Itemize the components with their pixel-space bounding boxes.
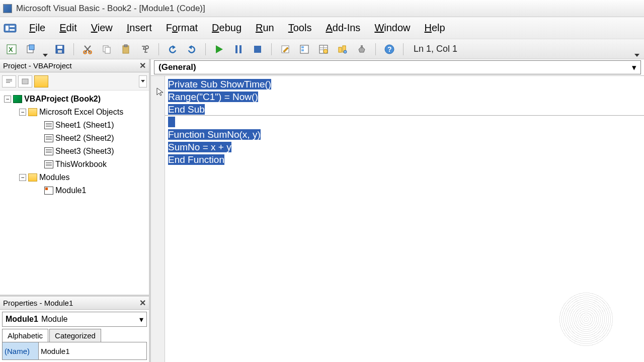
- menu-debug[interactable]: Debug: [205, 20, 249, 36]
- app-icon: [3, 4, 12, 13]
- svg-marker-41: [141, 80, 145, 82]
- redo-button[interactable]: [184, 42, 199, 57]
- view-excel-button[interactable]: X: [4, 42, 19, 57]
- code-line: [168, 117, 175, 127]
- insert-dropdown[interactable]: [42, 42, 48, 57]
- project-explorer-button[interactable]: [297, 42, 312, 57]
- code-editor-wrap: Private Sub ShowTime() Range("C1") = Now…: [151, 75, 644, 362]
- collapse-icon[interactable]: −: [19, 174, 26, 181]
- menu-edit[interactable]: Edit: [52, 20, 84, 36]
- svg-text:X: X: [9, 46, 13, 53]
- find-button[interactable]: [137, 42, 152, 57]
- menu-view[interactable]: View: [84, 20, 120, 36]
- object-browser-button[interactable]: [335, 42, 350, 57]
- watermark-icon: [558, 292, 614, 347]
- properties-pane-label: Properties - Module1: [3, 299, 73, 307]
- tab-categorized[interactable]: Categorized: [49, 329, 101, 342]
- code-line: End Function: [168, 154, 224, 165]
- tree-item-label: Sheet3 (Sheet3): [55, 147, 114, 156]
- left-panel: Project - VBAProject ✕ − VBAProject (Boo…: [0, 59, 151, 362]
- code-gutter[interactable]: [151, 76, 165, 362]
- separator: [205, 43, 206, 55]
- paste-button[interactable]: [118, 42, 133, 57]
- collapse-icon[interactable]: −: [19, 109, 26, 116]
- svg-marker-21: [216, 45, 223, 53]
- property-value-cell[interactable]: Module1: [39, 342, 146, 359]
- svg-rect-24: [254, 46, 261, 53]
- vba-system-icon[interactable]: [3, 21, 17, 35]
- run-button[interactable]: [212, 42, 227, 57]
- object-combo[interactable]: (General) ▾: [154, 60, 641, 74]
- toolbox-button[interactable]: [354, 42, 369, 57]
- tree-sheet2[interactable]: Sheet2 (Sheet2): [1, 132, 148, 145]
- properties-pane-close-button[interactable]: ✕: [139, 298, 146, 308]
- tree-sheet1[interactable]: Sheet1 (Sheet1): [1, 119, 148, 132]
- sheet-icon: [44, 121, 53, 129]
- main-area: Project - VBAProject ✕ − VBAProject (Boo…: [0, 59, 644, 362]
- svg-rect-38: [5, 78, 13, 85]
- menubar: File Edit View Insert Format Debug Run T…: [0, 17, 644, 39]
- tree-item-label: ThisWorkbook: [55, 160, 107, 169]
- tree-thisworkbook[interactable]: ThisWorkbook: [1, 158, 148, 171]
- menu-tools[interactable]: Tools: [281, 20, 319, 36]
- properties-window-button[interactable]: [316, 42, 331, 57]
- help-button[interactable]: ?: [382, 42, 397, 57]
- tree-excel-objects[interactable]: − Microsoft Excel Objects: [1, 106, 148, 119]
- svg-point-33: [344, 50, 347, 53]
- code-line: End Sub: [168, 104, 205, 115]
- design-mode-button[interactable]: [278, 42, 293, 57]
- project-toolbar-dropdown[interactable]: [139, 75, 147, 87]
- svg-rect-1: [6, 26, 9, 31]
- properties-grid[interactable]: (Name) Module1: [2, 342, 147, 360]
- separator: [271, 43, 272, 55]
- toolbar-options-dropdown[interactable]: [634, 42, 640, 57]
- tree-root[interactable]: − VBAProject (Book2): [1, 93, 148, 106]
- code-line: Private Sub ShowTime(): [168, 79, 271, 89]
- tree-sheet3[interactable]: Sheet3 (Sheet3): [1, 145, 148, 158]
- collapse-icon[interactable]: −: [4, 96, 11, 103]
- copy-button[interactable]: [99, 42, 114, 57]
- svg-rect-22: [235, 45, 237, 53]
- workbook-icon: [44, 160, 53, 168]
- separator: [375, 43, 376, 55]
- code-panel: (General) ▾ Private Sub ShowTime() Range…: [151, 59, 644, 362]
- project-pane-close-button[interactable]: ✕: [139, 61, 146, 70]
- menu-format[interactable]: Format: [159, 20, 205, 36]
- menu-file[interactable]: File: [22, 20, 52, 36]
- menu-addins[interactable]: Add-Ins: [318, 20, 367, 36]
- menu-help[interactable]: Help: [418, 20, 452, 36]
- project-pane-label: Project - VBAProject: [3, 61, 72, 70]
- tree-item-label: Sheet2 (Sheet2): [55, 134, 114, 143]
- property-name-cell[interactable]: (Name): [3, 342, 39, 359]
- view-code-button[interactable]: [2, 75, 16, 87]
- properties-obj-type: Module: [41, 315, 67, 324]
- reset-button[interactable]: [250, 42, 265, 57]
- svg-point-18: [145, 46, 148, 49]
- save-button[interactable]: [52, 42, 67, 57]
- break-button[interactable]: [231, 42, 246, 57]
- svg-rect-27: [301, 46, 304, 48]
- tab-alphabetic[interactable]: Alphabetic: [2, 329, 48, 342]
- cut-button[interactable]: [80, 42, 95, 57]
- folder-icon: [28, 173, 37, 182]
- menu-insert[interactable]: Insert: [120, 20, 159, 36]
- svg-marker-37: [634, 54, 639, 57]
- svg-marker-8: [43, 54, 48, 57]
- tree-modules[interactable]: − Modules: [1, 171, 148, 184]
- properties-object-selector[interactable]: Module1 Module ▾: [2, 312, 147, 327]
- tree-module1[interactable]: Module1: [1, 184, 148, 197]
- svg-rect-10: [57, 46, 62, 49]
- menu-run[interactable]: Run: [249, 20, 281, 36]
- tree-item-label: Sheet1 (Sheet1): [55, 121, 114, 130]
- code-editor[interactable]: Private Sub ShowTime() Range("C1") = Now…: [165, 76, 644, 362]
- svg-marker-19: [173, 45, 176, 49]
- insert-button[interactable]: [23, 42, 38, 57]
- svg-point-30: [324, 49, 328, 53]
- toggle-folders-button[interactable]: [34, 75, 48, 87]
- view-object-button[interactable]: [18, 75, 32, 87]
- module-icon: [44, 187, 53, 195]
- svg-rect-28: [301, 49, 304, 51]
- undo-button[interactable]: [165, 42, 180, 57]
- project-tree[interactable]: − VBAProject (Book2) − Microsoft Excel O…: [0, 90, 149, 295]
- menu-window[interactable]: Window: [367, 20, 417, 36]
